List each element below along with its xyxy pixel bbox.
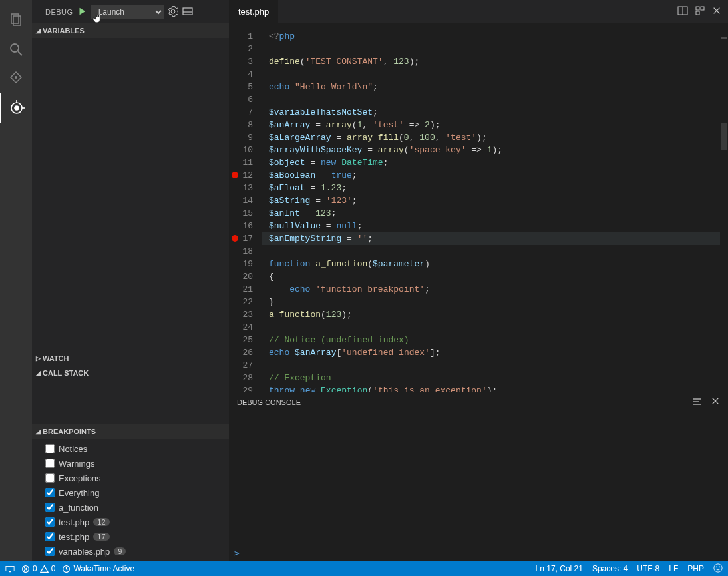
code-line (269, 43, 720, 55)
line-number: 15 (229, 207, 253, 220)
debug-console-toggle-icon[interactable] (182, 6, 193, 18)
search-icon[interactable] (0, 35, 32, 64)
chevron-down-icon: ◢ (33, 27, 43, 34)
breakpoint-checkbox[interactable] (45, 488, 55, 497)
start-debug-button[interactable] (77, 7, 87, 17)
breakpoint-item[interactable]: Exceptions (32, 471, 229, 485)
breakpoint-item[interactable]: test.php17 (32, 529, 229, 544)
breakpoint-checkbox[interactable] (45, 473, 55, 483)
line-number: 3 (229, 55, 253, 68)
debug-console-input[interactable]: > (229, 544, 728, 561)
breakpoint-checkbox[interactable] (45, 459, 55, 468)
close-panel-icon[interactable] (711, 396, 720, 408)
line-number: 9 (229, 131, 253, 144)
status-bar: 0 0 WakaTime Active Ln 17, Col 21 Spaces… (0, 561, 728, 576)
scm-icon[interactable] (0, 64, 32, 93)
minimap[interactable] (720, 23, 728, 392)
breakpoint-item[interactable]: Notices (32, 441, 229, 456)
breakpoint-item[interactable]: Everything (32, 485, 229, 500)
line-number: 29 (229, 384, 253, 392)
status-spaces[interactable]: Spaces: 4 (592, 564, 628, 573)
status-eol[interactable]: LF (669, 564, 678, 573)
section-watch[interactable]: ▷ WATCH (32, 351, 229, 366)
code-line: $variableThatsNotSet; (269, 106, 720, 119)
status-lang[interactable]: PHP (687, 564, 704, 573)
line-number: 14 (229, 194, 253, 207)
more-icon[interactable] (695, 5, 705, 18)
split-editor-icon[interactable] (677, 5, 688, 18)
section-breakpoints[interactable]: ◢ BREAKPOINTS (32, 424, 229, 439)
code-line (269, 359, 720, 372)
breakpoint-badge: 12 (93, 518, 109, 526)
status-problems[interactable]: 0 0 (21, 564, 55, 573)
svg-rect-0 (11, 14, 19, 23)
close-icon[interactable] (712, 6, 721, 17)
gear-icon[interactable] (168, 6, 178, 18)
status-encoding[interactable]: UTF-8 (637, 564, 659, 573)
breakpoint-dot[interactable] (232, 172, 238, 178)
breakpoint-checkbox[interactable] (45, 517, 55, 527)
line-number: 11 (229, 156, 253, 169)
breakpoint-checkbox[interactable] (45, 547, 55, 556)
line-number: 24 (229, 321, 253, 334)
status-wakatime[interactable]: WakaTime Active (62, 564, 134, 573)
status-lncol[interactable]: Ln 17, Col 21 (536, 564, 583, 573)
svg-point-29 (714, 563, 722, 571)
svg-line-3 (18, 51, 22, 55)
breakpoint-item[interactable]: variables.php9 (32, 544, 229, 559)
line-number: 21 (229, 283, 253, 296)
feedback-icon[interactable] (713, 563, 723, 575)
activity-bar (0, 0, 32, 561)
breakpoint-item[interactable]: a_function (32, 500, 229, 515)
code-line: $aBoolean = true; (269, 169, 720, 182)
tab-test-php[interactable]: test.php (229, 0, 279, 23)
breakpoint-checkbox[interactable] (45, 444, 55, 453)
tab-bar: test.php (229, 0, 728, 23)
section-callstack[interactable]: ◢ CALL STACK (32, 366, 229, 380)
debug-console-output[interactable] (229, 412, 728, 544)
line-number: 6 (229, 93, 253, 106)
line-number: 28 (229, 372, 253, 384)
explorer-icon[interactable] (0, 5, 32, 35)
breakpoint-label: Everything (59, 488, 99, 498)
breakpoint-checkbox[interactable] (45, 503, 55, 512)
chevron-right-icon: ▷ (33, 355, 43, 362)
editor-body[interactable]: 1234567891011121314151617181920212223242… (229, 23, 728, 392)
code-line (269, 245, 720, 258)
breakpoint-dot[interactable] (232, 235, 238, 242)
code-line: $anArray = array(1, 'test' => 2); (269, 119, 720, 131)
svg-point-31 (719, 566, 720, 567)
breakpoint-label: a_function (59, 503, 98, 513)
code-line: echo "Hello World\n"; (269, 81, 720, 93)
code-line (269, 68, 720, 81)
breakpoint-item[interactable]: test.php12 (32, 515, 229, 529)
code-content[interactable]: <?php define('TEST_CONSTANT', 123); echo… (262, 23, 720, 392)
variables-body (32, 38, 229, 351)
svg-rect-13 (696, 7, 699, 10)
breakpoint-checkbox[interactable] (45, 532, 55, 541)
code-line: $anEmptyString = ''; (269, 232, 720, 245)
status-remote-icon[interactable] (5, 564, 15, 573)
breakpoint-label: Exceptions (59, 473, 101, 483)
clear-console-icon[interactable] (692, 396, 703, 408)
breakpoint-item[interactable]: Warnings (32, 456, 229, 471)
callstack-body (32, 380, 229, 424)
line-number: 7 (229, 106, 253, 119)
breakpoint-badge: 17 (93, 533, 109, 541)
code-line: echo 'function breakpoint'; (269, 283, 720, 296)
svg-rect-1 (13, 16, 21, 25)
line-number: 25 (229, 334, 253, 346)
code-line: $aString = '123'; (269, 194, 720, 207)
line-number: 4 (229, 68, 253, 81)
debug-config-select[interactable]: Launch (91, 5, 164, 19)
section-variables[interactable]: ◢ VARIABLES (32, 23, 229, 38)
svg-point-30 (716, 566, 717, 567)
editor-area: test.php 1234567891011121314151617181920… (229, 0, 728, 561)
debug-icon[interactable] (0, 93, 32, 123)
debug-sidebar: DEBUG Launch ◢ VARIABLES ▷ WATCH ◢ C (32, 0, 229, 561)
line-number: 2 (229, 43, 253, 55)
code-line: $object = new DateTime; (269, 156, 720, 169)
svg-point-6 (15, 106, 19, 110)
svg-rect-14 (701, 7, 704, 10)
chevron-down-icon: ◢ (33, 370, 43, 376)
